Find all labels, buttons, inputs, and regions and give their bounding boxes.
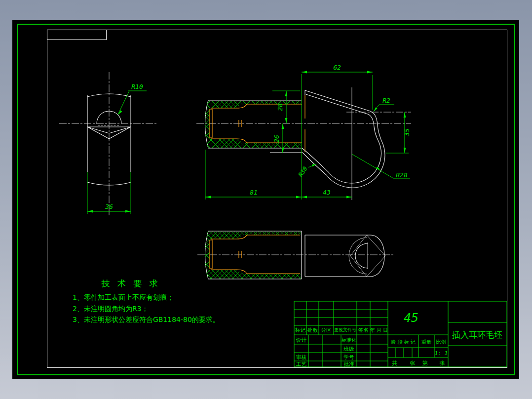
label-sheet-no: 第 xyxy=(422,360,428,366)
label-sheet-total: 共 xyxy=(392,360,398,366)
label-stage-mark: 阶 段 标 记 xyxy=(391,339,416,345)
label-scale: 比例 xyxy=(436,339,447,345)
dim-36-label: 36 xyxy=(105,203,113,210)
tech-requirement-item: 2、未注明圆角均为R3； xyxy=(73,305,149,313)
label-weight: 重量 xyxy=(421,339,432,345)
drawing-sheet xyxy=(12,20,519,379)
dim-62-label: 62 xyxy=(333,64,341,71)
dim-43-label: 43 xyxy=(323,189,331,196)
label-approve: 批准 xyxy=(344,361,355,367)
part-name: 插入耳环毛坯 xyxy=(452,330,502,340)
label-grade: 班级 xyxy=(343,346,355,352)
revision-header: 年 月 日 xyxy=(370,327,388,333)
revision-header: 更改文件号 xyxy=(334,327,356,332)
material-label: 45 xyxy=(404,311,418,325)
revision-header: 标记 xyxy=(295,327,306,333)
label-design: 设计 xyxy=(296,337,307,343)
cad-drawing-canvas[interactable]: 36 R10 62 xyxy=(0,0,532,399)
revision-header: 分区 xyxy=(321,327,332,333)
dim-28-label: 28 xyxy=(276,103,284,111)
label-serial: 学号 xyxy=(344,354,355,360)
label-process: 工艺 xyxy=(296,361,307,367)
label-audit: 审核 xyxy=(296,354,307,360)
radius-r2-label: R2 xyxy=(382,97,390,104)
app-background: 36 R10 62 xyxy=(0,0,532,399)
label-sheet-unit: 张 xyxy=(440,360,445,366)
scale-value: 1: 1 xyxy=(435,350,448,357)
tech-requirement-item: 1、零件加工表面上不应有划痕； xyxy=(73,293,174,301)
dim-35-label: 35 xyxy=(403,128,411,137)
tech-requirements-title: 技 术 要 求 xyxy=(101,279,160,288)
dim-81-label: 81 xyxy=(250,189,258,196)
radius-r10-label: R10 xyxy=(131,83,143,90)
revision-header: 处数 xyxy=(307,327,318,333)
radius-r28-label: R28 xyxy=(396,171,408,179)
label-sheet-unit: 张 xyxy=(410,360,416,366)
label-standardization: 标准化 xyxy=(341,337,356,343)
revision-header: 签名 xyxy=(358,327,369,333)
dim-26-label: 26 xyxy=(273,135,280,143)
tech-requirement-item: 3、未注明形状公差应符合GB1184-80的要求。 xyxy=(73,316,220,323)
